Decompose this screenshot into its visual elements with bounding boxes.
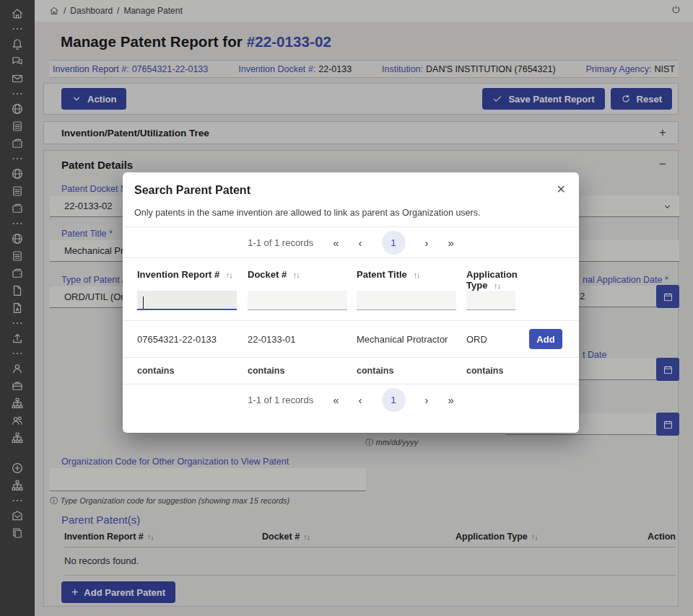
sort-icon[interactable]: ↑↓ <box>293 270 300 279</box>
prev-page-button[interactable]: ‹ <box>359 394 362 406</box>
filter-operator-row: contains contains contains contains <box>123 358 579 384</box>
docket-filter-input[interactable] <box>248 291 347 310</box>
search-parent-patent-modal: Search Parent Patent ✕ Only patents in t… <box>123 172 579 433</box>
add-button[interactable]: Add <box>529 329 562 349</box>
next-page-button[interactable]: › <box>425 237 429 249</box>
prev-page-button[interactable]: ‹ <box>359 237 362 249</box>
sort-icon[interactable]: ↑↓ <box>413 270 419 279</box>
cell-invention-report: 07654321-22-0133 <box>137 334 248 345</box>
column-patent-title[interactable]: Patent Title ↑↓ <box>357 269 466 291</box>
cell-application-type: ORD <box>466 334 529 345</box>
text-caret <box>143 296 144 309</box>
last-page-button[interactable]: » <box>448 237 454 249</box>
next-page-button[interactable]: › <box>425 394 429 406</box>
pagination-bottom: 1-1 of 1 records « ‹ 1 › » <box>123 384 579 415</box>
modal-title: Search Parent Patent <box>134 184 250 197</box>
close-icon[interactable]: ✕ <box>557 184 566 195</box>
invention-report-filter-input[interactable] <box>137 291 237 310</box>
pagination-summary: 1-1 of 1 records <box>248 395 313 405</box>
application-type-filter-input[interactable] <box>466 291 515 310</box>
result-row: 07654321-22-0133 22-0133-01 Mechanical P… <box>123 321 579 357</box>
column-application-type[interactable]: Application Type ↑↓ <box>466 269 529 291</box>
column-invention-report[interactable]: Invention Report # ↑↓ <box>137 269 248 291</box>
sort-icon[interactable]: ↑↓ <box>226 270 232 279</box>
filter-operator[interactable]: contains <box>466 366 529 376</box>
filter-operator[interactable]: contains <box>357 366 466 376</box>
filter-operator[interactable]: contains <box>137 366 248 376</box>
pagination-top: 1-1 of 1 records « ‹ 1 › » <box>123 227 579 258</box>
page-number-button[interactable]: 1 <box>382 388 406 412</box>
sort-icon[interactable]: ↑↓ <box>494 281 500 290</box>
pagination-summary: 1-1 of 1 records <box>248 237 313 248</box>
first-page-button[interactable]: « <box>333 394 339 406</box>
first-page-button[interactable]: « <box>333 237 339 249</box>
column-docket[interactable]: Docket # ↑↓ <box>248 269 357 291</box>
last-page-button[interactable]: » <box>448 394 454 406</box>
modal-table: Invention Report # ↑↓ Docket # ↑↓ Patent… <box>123 258 579 415</box>
cell-patent-title: Mechanical Protractor <box>357 334 466 345</box>
patent-title-filter-input[interactable] <box>357 291 456 310</box>
modal-note: Only patents in the same invention are a… <box>123 197 579 226</box>
cell-docket: 22-0133-01 <box>248 334 357 345</box>
page-number-button[interactable]: 1 <box>382 231 406 255</box>
filter-operator[interactable]: contains <box>248 366 357 376</box>
